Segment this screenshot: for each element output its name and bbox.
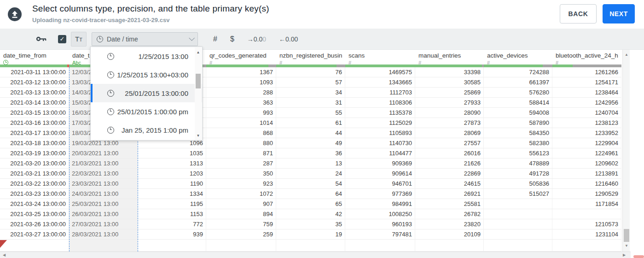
table-cell: 2021-03-13 13:00:00 — [0, 88, 69, 98]
table-cell: 1093 — [206, 77, 276, 88]
primary-key-icon[interactable] — [36, 36, 47, 42]
vertical-scrollbar-thumb[interactable] — [624, 229, 629, 242]
table-cell: 34 — [276, 88, 345, 98]
scroll-down-icon[interactable]: ▼ — [623, 244, 630, 248]
table-cell: 909614 — [345, 169, 415, 179]
table-cell: 594008 — [484, 108, 552, 118]
column-date_time_from: date_time_from2021-03-11 13:00:002021-03… — [0, 50, 69, 252]
table-cell: 871 — [206, 148, 276, 158]
scroll-up-icon[interactable]: ▲ — [195, 50, 202, 54]
table-cell: 1290529 — [552, 189, 621, 199]
table-cell: 1254171 — [552, 77, 621, 88]
table-cell: 505836 — [484, 179, 552, 189]
clock-icon — [107, 53, 114, 60]
table-cell: 24615 — [415, 179, 484, 189]
column-name: manual_entries — [418, 52, 481, 59]
table-cell: 21626 — [415, 158, 484, 169]
table-cell: 2021-03-25 13:00:00 — [0, 209, 69, 219]
table-cell: 1240704 — [552, 108, 621, 118]
table-cell: 23820 — [415, 219, 484, 229]
scroll-up-icon[interactable]: ▲ — [623, 53, 630, 57]
datetime-format-option[interactable]: 25/01/2015 13:00:00 — [91, 84, 202, 102]
decrease-precision-icon[interactable]: ←0.00 — [279, 35, 298, 43]
table-cell: 54 — [276, 179, 345, 189]
table-cell: 909369 — [345, 158, 415, 169]
format-option-label: 1/25/2015 13:00 — [139, 53, 188, 60]
table-cell: 772 — [138, 219, 206, 229]
table-cell — [276, 240, 345, 252]
table-cell: 26/03/2021 13:00 — [69, 209, 138, 219]
next-button[interactable]: NEXT — [603, 4, 635, 23]
table-cell: 20109 — [415, 229, 484, 240]
table-cell: 582380 — [484, 138, 552, 148]
table-cell: 2021-03-14 13:00:00 — [0, 98, 69, 108]
column-header[interactable]: scans# — [345, 50, 415, 64]
corner-scroll-indicator[interactable] — [633, 255, 644, 258]
table-cell: 26782 — [415, 209, 484, 219]
table-cell — [484, 229, 552, 240]
table-cell: 2021-03-27 13:00:00 — [0, 229, 69, 240]
column-header[interactable]: qr_codes_generated# — [206, 50, 276, 64]
include-column-checkbox[interactable]: ✓ — [58, 35, 66, 43]
table-cell: 1231104 — [552, 229, 621, 240]
column-name: date_time_from — [3, 52, 66, 59]
table-cell: 28/03/2021 13:00 — [69, 229, 138, 240]
table-cell: 20/03/2021 13:00 — [69, 148, 138, 158]
clock-icon — [97, 36, 103, 42]
column-type-select[interactable]: Date / time — [92, 32, 198, 46]
column-header[interactable]: date_time_from — [0, 50, 69, 64]
column-header[interactable]: manual_entries# — [415, 50, 484, 64]
column-header[interactable]: nzbn_registered_busine# — [276, 50, 345, 64]
csv-upload-column-setup-screen: Select columns type, precision, and the … — [0, 0, 644, 258]
increase-precision-icon[interactable]: →0.00 — [247, 35, 266, 43]
clock-icon — [3, 60, 8, 65]
table-cell: 907 — [206, 199, 276, 209]
table-cell: 28090 — [415, 108, 484, 118]
table-cell: 21/03/2021 13:00 — [69, 158, 138, 169]
clock-icon — [107, 71, 114, 78]
table-cell: 1125029 — [345, 118, 415, 128]
table-cell: 1213891 — [552, 169, 621, 179]
titles: Select columns type, precision, and the … — [32, 4, 269, 23]
table-cell: 478889 — [484, 158, 552, 169]
table-cell: 25/03/2021 13:00 — [69, 199, 138, 209]
table-cell — [138, 240, 206, 252]
table-cell: 26921 — [415, 189, 484, 199]
table-cell: 1195 — [138, 199, 206, 209]
datetime-format-option[interactable]: 1/25/2015 13:00+03:00 — [91, 65, 202, 84]
table-cell: 44 — [276, 128, 345, 138]
back-button[interactable]: BACK — [560, 4, 597, 23]
table-cell: 24/03/2021 13:00 — [69, 189, 138, 199]
scroll-down-icon[interactable]: ▼ — [195, 134, 202, 138]
number-type-icon[interactable]: # — [213, 35, 217, 43]
column-name: qr_codes_generated — [209, 52, 273, 59]
table-cell: 2021-03-22 13:00:00 — [0, 179, 69, 189]
currency-type-icon[interactable]: $ — [230, 35, 234, 43]
datetime-format-option[interactable]: 1/25/2015 13:00 — [91, 47, 202, 65]
datetime-format-option[interactable]: Jan 25, 2015 1:00 pm — [91, 121, 202, 139]
table-cell: 30585 — [415, 77, 484, 88]
vertical-scrollbar[interactable]: ▲ ▼ — [622, 50, 630, 252]
menu-scrollbar[interactable]: ▲▼ — [195, 47, 202, 140]
table-cell: 939 — [138, 229, 206, 240]
table-cell: 49 — [276, 138, 345, 148]
column-header[interactable]: bluetooth_active_24_hr_# — [552, 50, 621, 64]
text-type-button[interactable]: TT — [71, 32, 87, 47]
table-cell: 2021-03-12 13:00:00 — [0, 77, 69, 88]
horizontal-scrollbar[interactable]: ◀ ▶ — [0, 252, 631, 258]
table-cell: 1367 — [206, 67, 276, 77]
datetime-format-option[interactable]: 25/01/2015 1:00:00 pm — [91, 102, 202, 121]
table-cell: 491728 — [484, 169, 552, 179]
table-cell: 33398 — [415, 67, 484, 77]
table-cell: 31 — [276, 98, 345, 108]
column-header[interactable]: active_devices# — [484, 50, 552, 64]
table-cell: 1203 — [138, 169, 206, 179]
column-manual_entries: manual_entries#3339830585258692793328090… — [415, 50, 484, 252]
table-cell: 288 — [206, 88, 276, 98]
scroll-left-icon[interactable]: ◀ — [3, 252, 6, 258]
table-cell: 1233952 — [552, 128, 621, 138]
column-name: bluetooth_active_24_hr_ — [556, 52, 618, 59]
menu-scrollbar-thumb[interactable] — [196, 74, 201, 88]
table-cell: 588414 — [484, 98, 552, 108]
scroll-right-icon[interactable]: ▶ — [623, 252, 626, 258]
